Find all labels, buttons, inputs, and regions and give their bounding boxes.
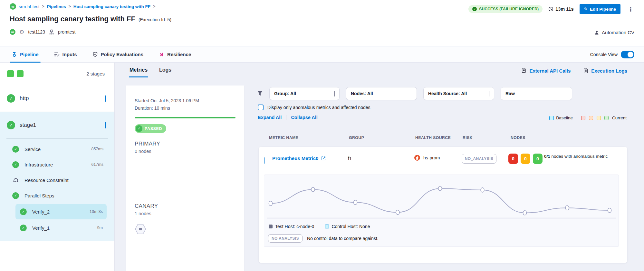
prometheus-icon [414,155,420,161]
console-view-control: Console View [590,46,634,62]
sidebar-step-parallel-steps[interactable]: ✓ Parallel Steps [0,188,114,203]
verification-summary-card: Started On: Jul 5, 2023 1:06 PM Duration… [126,85,244,271]
success-check-icon: ✓ [7,121,15,129]
success-check-icon: ✓ [20,208,27,215]
tab-metrics[interactable]: Metrics [130,67,148,77]
gear-icon: ⚙ [19,29,24,35]
infrastructure-icon [49,29,54,35]
legend-baseline: Baseline [549,115,573,120]
filter-row: Group: All Nodes: All Health Source: All… [257,87,572,100]
health-source-filter-dropdown[interactable]: Health Source: All [423,87,494,100]
check-circle-icon: ✓ [136,125,142,132]
external-api-calls-link[interactable]: API External API Calls [521,68,571,74]
log-file-icon [583,68,589,74]
console-view-toggle[interactable] [621,51,634,58]
nodes-summary: 0/1 nodes with anomalous metric [544,153,634,159]
current-yellow-swatch-icon [597,116,601,120]
test-host-swatch-icon [269,225,273,228]
metric-name-link[interactable]: Prometheus Metric0 [272,156,326,161]
breadcrumb-separator: > [42,4,44,9]
tab-inputs[interactable]: Inputs [52,46,79,62]
primary-label: PRIMARY [135,141,235,147]
sidebar-step-resource-constraint[interactable]: Resource Constraint [0,172,114,188]
step-duration: 9m [95,226,103,230]
health-source-filter-value: Health Source: All [428,91,467,96]
more-options-button[interactable]: ⋮ [626,5,635,13]
collapse-metric-icon[interactable] [264,157,265,163]
user-name: Automation CV [602,30,634,35]
step-infrastructure-label: Infrastructure [24,162,53,167]
tab-policy-evaluations-label: Policy Evaluations [101,52,144,57]
tab-inputs-label: Inputs [62,52,77,57]
breadcrumb-project-link[interactable]: srm-hf-test [19,4,40,9]
resource-constraint-icon [13,177,19,183]
col-group: GROUP [349,136,364,140]
step-duration: 857ms [89,147,103,151]
step-verify-2-label: Verify_2 [32,209,50,215]
canary-node-hexagon-icon[interactable] [135,223,146,235]
current-green-swatch-icon [604,116,609,120]
chevron-down-icon [489,91,489,96]
chevron-down-icon[interactable] [105,95,106,101]
sidebar-step-verify-2[interactable]: ✓ Verify_2 13m 3s [15,204,107,219]
current-orange-swatch-icon [589,116,593,120]
pipeline-execution-page: ∞ srm-hf-test > Pipelines > Host samplin… [0,0,644,271]
success-check-icon: ✓ [7,94,15,103]
metric-chart-box: Test Host: c-node-0 Control Host: None N… [264,175,619,247]
control-host-label: Control Host: None [332,224,370,229]
metrics-table-header: METRIC NAME GROUP HEALTH SOURCE RISK NOD… [251,136,644,142]
breadcrumb-separator: > [153,4,155,9]
chart-legend-test-host: Test Host: c-node-0 [269,224,314,229]
canary-nodes-count: 1 nodes [135,211,235,216]
stage1-block: ✓ stage1 ✓ Service 857ms ✓ Infrastructur… [0,112,114,241]
analysis-status-row: NO ANALYSIS No control data to compare a… [268,234,379,243]
header-actions: ✓ SUCCESS (FAILURE IGNORED) 13m 11s ✎ Ed… [468,4,635,14]
stage-stage1-label: stage1 [20,122,36,128]
sidebar-step-verify-1[interactable]: ✓ Verify_1 9m [15,220,107,236]
edit-pipeline-button[interactable]: ✎ Edit Pipeline [580,4,620,14]
control-host-swatch-icon [325,225,329,228]
breadcrumb-pipelines-link[interactable]: Pipelines [47,4,66,9]
no-analysis-note: No control data to compare against. [307,236,379,241]
sidebar-step-infrastructure[interactable]: ✓ Infrastructure 617ms [0,157,114,172]
sidebar-stage-http[interactable]: ✓ http [0,85,114,112]
clock-icon [548,6,553,12]
no-analysis-badge: NO ANALYSIS [268,234,303,243]
tab-logs[interactable]: Logs [159,67,171,77]
success-check-icon: ✓ [20,225,27,231]
expand-collapse-row: Expand All Collapse All [258,115,318,120]
nodes-filter-value: Nodes: All [351,91,373,96]
service-name[interactable]: test1123 [28,29,45,35]
anomalous-metrics-checkbox[interactable] [258,105,264,110]
collapse-all-link[interactable]: Collapse All [291,115,317,120]
metric-line-chart[interactable] [266,177,617,222]
presentation-mode-dropdown[interactable]: Raw [501,87,572,100]
presentation-mode-value: Raw [505,91,515,96]
step-duration: 13m 3s [87,209,103,214]
expand-all-link[interactable]: Expand All [258,115,282,120]
execution-logs-link[interactable]: Execution Logs [583,68,627,74]
anomalous-metrics-label: Display only anomalous metrics and affec… [267,105,370,110]
breadcrumb-pipeline-link[interactable]: Host sampling canary testing with FF [73,4,150,9]
metric-group: f1 [348,156,352,161]
stage-squares [7,70,24,77]
edit-pipeline-label: Edit Pipeline [590,7,616,12]
group-filter-dropdown[interactable]: Group: All [269,87,340,100]
execution-logs-label: Execution Logs [591,68,627,74]
step-verify-1-label: Verify_1 [32,225,50,231]
sidebar-stage-stage1[interactable]: ✓ stage1 [0,112,114,138]
group-filter-value: Group: All [274,91,296,96]
sidebar-step-service[interactable]: ✓ Service 857ms [0,141,114,157]
tab-resilience[interactable]: Resilience [157,46,193,62]
execution-id: (Execution Id: 5) [139,17,171,22]
filter-icon [257,91,263,96]
divider [6,138,108,139]
chevron-up-icon[interactable] [105,122,106,128]
infrastructure-name[interactable]: promtest [58,29,75,35]
nodes-filter-dropdown[interactable]: Nodes: All [346,87,417,100]
tab-policy-evaluations[interactable]: Policy Evaluations [91,46,146,62]
tab-pipeline[interactable]: Pipeline [10,46,41,62]
node-count-badges: 0 0 0 [508,154,543,164]
services-row: ∞ ⚙ test1123 promtest [10,29,75,35]
primary-nodes-count: 0 nodes [135,149,235,154]
